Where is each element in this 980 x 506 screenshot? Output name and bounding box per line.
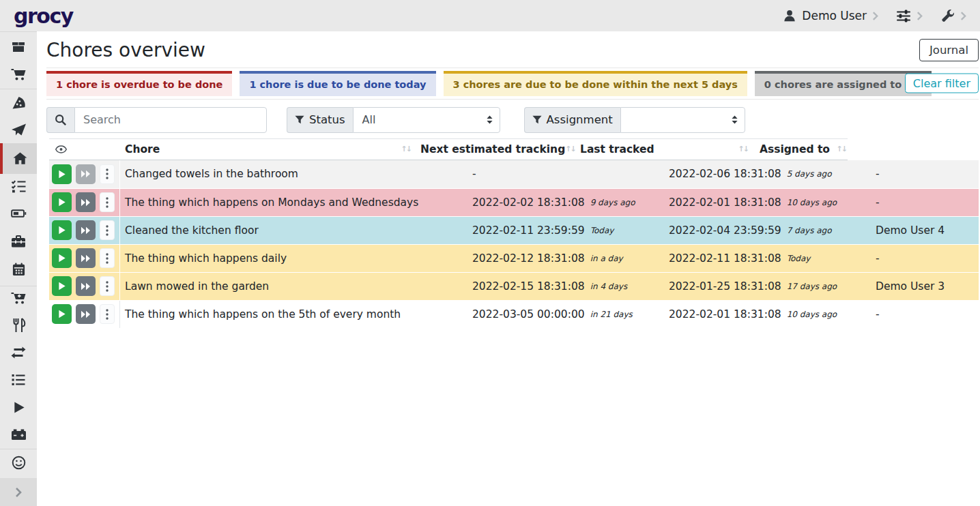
column-header-chore[interactable]: Chore [120,143,415,155]
row-context-menu-button[interactable] [100,164,115,184]
filter-funnel-icon [295,115,304,124]
sidebar-item-calendar[interactable] [0,256,37,283]
play-icon [57,198,66,207]
column-header-next-tracking[interactable]: Next estimated tracking [415,143,569,155]
sidebar-item-car-battery[interactable] [0,421,37,448]
sidebar-item-play[interactable] [0,393,37,421]
box-icon [11,40,26,55]
column-label: Assigned to [760,143,830,155]
sidebar-item-box[interactable] [0,33,37,61]
sidebar-item-home[interactable] [0,143,37,174]
chores-table: Chore Next estimated tracking Last track… [49,138,979,328]
next-tracking-time: 2022-02-15 18:31:08 [472,280,585,293]
banner-overdue[interactable]: 1 chore is overdue to be done [46,71,232,96]
chore-name: The thing which happens on Mondays and W… [125,196,418,209]
track-chore-execution-button[interactable] [52,164,72,184]
sidebar-item-shopping-cart[interactable] [0,61,37,88]
sidebar-item-paper-plane[interactable] [0,117,37,144]
row-context-menu-button[interactable] [100,220,115,240]
exchange-arrows-icon [11,345,26,360]
sidebar-item-cart-plus[interactable] [0,284,37,312]
next-tracking-relative: in 4 days [590,282,628,291]
table-row: Changed towels in the bathroom - 2022-02… [49,160,979,188]
assignment-filter-label: Assignment [547,113,613,126]
track-chore-execution-button[interactable] [52,248,72,268]
sidebar-expand-toggle[interactable] [0,478,37,506]
skip-next-chore-button[interactable] [76,248,96,268]
row-context-menu-button[interactable] [100,192,115,212]
chore-cell: The thing which happens daily [120,245,467,272]
sidebar-item-toolbox[interactable] [0,227,37,254]
column-label: Last tracked [580,143,654,155]
chore-cell: Changed towels in the bathroom [120,160,467,188]
sidebar-item-pizza-slice[interactable] [0,89,37,117]
play-icon [57,254,66,263]
toolbox-icon [11,233,26,248]
play-icon [57,170,66,179]
search-group [46,107,267,133]
page-title: Chores overview [46,39,205,62]
journal-button[interactable]: Journal [919,39,979,61]
skip-next-chore-button[interactable] [76,192,96,212]
smiley-icon [12,456,26,470]
row-context-menu-button[interactable] [100,248,115,268]
assignment-filter-group: Assignment [524,107,745,133]
skip-next-chore-button[interactable] [76,304,96,324]
assigned-to-cell: - [871,301,979,328]
banner-due-soon[interactable]: 3 chores are due to be done within the n… [444,71,747,96]
last-tracked-cell: 2022-01-25 18:31:0817 days ago [664,273,871,300]
banner-due-today[interactable]: 1 chore is due to be done today [240,71,435,96]
status-filter-label: Status [309,113,345,126]
row-actions-cell [49,245,120,272]
track-chore-execution-button[interactable] [52,276,72,296]
row-context-menu-button[interactable] [100,304,115,324]
row-actions-cell [49,301,120,328]
chevron-right-icon [872,11,878,21]
skip-next-chore-button[interactable] [76,164,96,184]
track-chore-execution-button[interactable] [52,220,72,240]
last-tracked-cell: 2022-02-04 23:59:597 days ago [664,217,871,244]
search-icon-box [46,107,74,133]
next-tracking-relative: in a day [590,254,623,263]
top-navbar: grocy Demo User [0,0,980,31]
settings-menu[interactable] [896,8,923,23]
last-tracked-cell: 2022-02-06 18:31:085 days ago [664,160,871,188]
grocy-logo[interactable]: grocy [14,4,73,28]
sidebar-item-battery[interactable] [0,200,37,227]
next-tracking-cell: - [467,160,664,188]
sort-icon [401,145,411,153]
next-tracking-cell: 2022-02-15 18:31:08in 4 days [467,273,664,300]
skip-next-chore-button[interactable] [76,220,96,240]
column-header-assigned-to[interactable]: Assigned to [752,143,848,155]
track-chore-execution-button[interactable] [52,304,72,324]
table-row: The thing which happens daily 2022-02-12… [49,244,979,272]
assignment-filter-select[interactable] [620,107,745,133]
row-context-menu-button[interactable] [100,276,115,296]
row-actions-cell [49,160,120,188]
skip-next-chore-button[interactable] [76,276,96,296]
filter-funnel-icon [532,115,542,124]
column-header-last-tracked[interactable]: Last tracked [569,143,752,155]
clear-filter-button[interactable]: Clear filter [905,74,979,93]
sidebar-item-smiley[interactable] [0,449,37,476]
table-row: Lawn mowed in the garden 2022-02-15 18:3… [49,272,979,300]
sidebar-item-exchange-arrows[interactable] [0,339,37,366]
row-actions-cell [49,273,120,300]
sidebar-item-list[interactable] [0,366,37,393]
sidebar-item-tasks[interactable] [0,173,37,200]
next-tracking-cell: 2022-02-11 23:59:59Today [467,217,664,244]
search-input[interactable] [74,107,267,133]
sidebar-item-utensils[interactable] [0,312,37,339]
user-menu[interactable]: Demo User [783,9,878,23]
last-tracked-relative: 17 days ago [787,282,837,291]
chore-name: Changed towels in the bathroom [125,168,298,180]
assigned-to-cell: - [871,160,979,188]
next-tracking-relative: in 21 days [590,310,633,319]
track-chore-execution-button[interactable] [52,192,72,212]
admin-menu[interactable] [940,9,966,23]
vertical-ellipsis-icon [106,309,109,320]
table-settings-eye-icon[interactable] [49,145,120,154]
status-filter-select[interactable]: All [353,107,500,133]
play-icon [12,400,26,415]
sort-icon [837,145,846,153]
